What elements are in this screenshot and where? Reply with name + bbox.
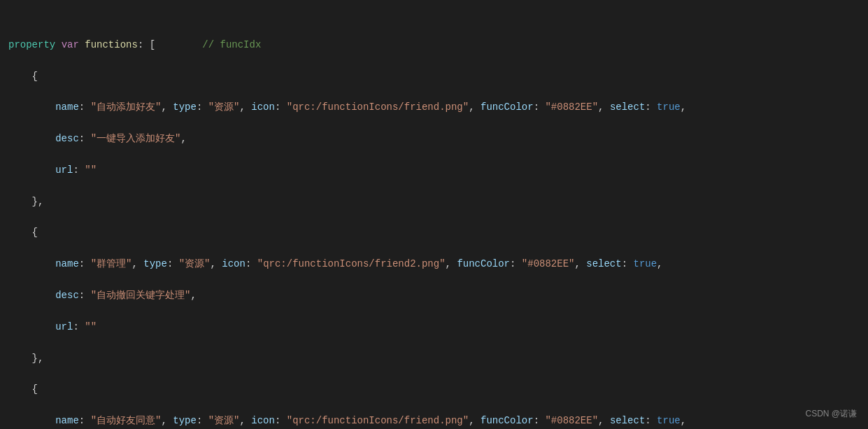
item1-line2: desc: "一键导入添加好友", <box>8 131 860 146</box>
item2-line3: url: "" <box>8 319 860 335</box>
var-keyword: var <box>62 39 79 50</box>
property-keyword: property <box>8 39 55 50</box>
header-line: property var functions: [ // funcIdx <box>8 37 860 52</box>
close-brace-2: }, <box>8 351 860 366</box>
close-brace-1: }, <box>8 194 860 209</box>
item1-line1: name: "自动添加好友", type: "资源", icon: "qrc:/… <box>8 99 860 115</box>
functions-name: functions <box>85 39 138 50</box>
name-val-1: "自动添加好友" <box>91 101 162 113</box>
item2-line1: name: "群管理", type: "资源", icon: "qrc:/fun… <box>8 256 860 272</box>
name-prop: name <box>55 101 79 113</box>
item2-line2: desc: "自动撤回关键字处理", <box>8 288 860 303</box>
open-brace-2: { <box>8 225 860 240</box>
item3-line1: name: "自动好友同意", type: "资源", icon: "qrc:/… <box>8 413 860 428</box>
open-brace-1: { <box>8 69 860 84</box>
open-brace-3: { <box>8 381 860 397</box>
item1-line3: url: "" <box>8 162 860 178</box>
code-editor: property var functions: [ // funcIdx { n… <box>8 6 860 429</box>
csdn-watermark: CSDN @诺谦 <box>805 407 857 421</box>
comment: // funcIdx <box>202 39 261 50</box>
